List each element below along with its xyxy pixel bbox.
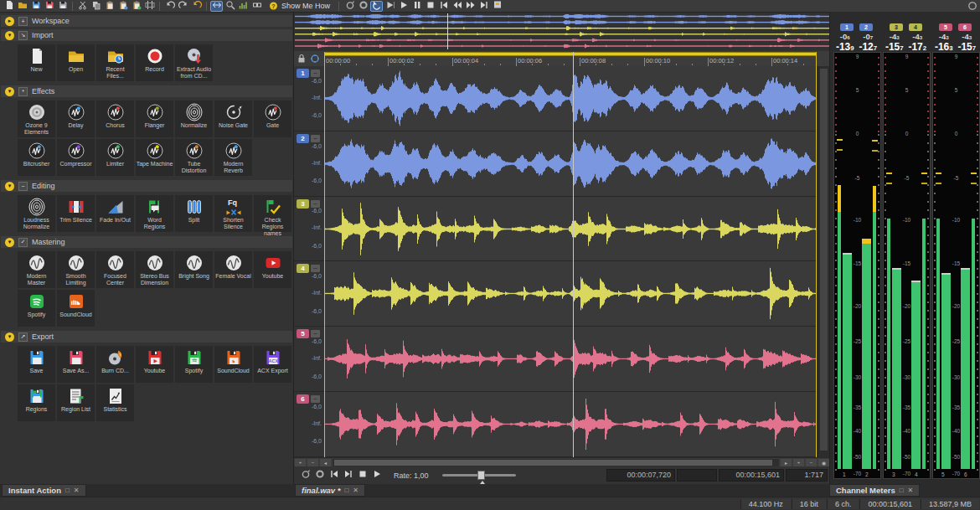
action-tile-spotify[interactable]: Spotify [18,290,55,327]
record-button[interactable] [357,1,369,12]
action-tile-focused-center[interactable]: Focused Center [96,251,134,288]
scroll-right-button[interactable]: ▸ [781,459,792,466]
action-tile-normalize[interactable]: Normalize [175,100,213,137]
action-tile-flanger[interactable]: Flanger [136,100,173,137]
zoom-out-button[interactable]: − [307,459,318,466]
meter-chip-2[interactable]: 2 [859,23,873,31]
channel-minimize-button[interactable]: – [311,330,320,337]
zoom-out-button[interactable]: − [806,459,817,466]
action-tile-chorus[interactable]: Chorus [96,100,134,137]
action-tile-bright-song[interactable]: Bright Song [175,251,213,288]
mix-paste-button[interactable] [130,1,142,12]
meter-chip-3[interactable]: 3 [890,23,903,31]
channel-badge-4[interactable]: 4 [297,264,309,273]
action-tile-female-vocal[interactable]: Female Vocal [214,251,252,288]
action-tile-shorten-silence[interactable]: FqShorten Silence [214,195,252,232]
action-tile-split[interactable]: Split [175,195,213,232]
redo-button[interactable] [177,1,189,12]
play-device-button[interactable] [384,1,396,12]
meter-chip-5[interactable]: 5 [939,23,952,31]
transport-record-remote-button[interactable] [299,469,312,482]
loop-playback-button[interactable] [370,1,383,12]
tab-channel-meters[interactable]: Channel Meters □ ✕ [829,484,920,497]
channel-minimize-button[interactable]: – [311,70,320,77]
vertical-scrollbar[interactable] [818,66,829,457]
overview-cursor[interactable] [447,13,448,49]
vscroll-thumb[interactable] [820,69,828,451]
action-tile-limiter[interactable]: Limiter [96,139,134,176]
meter-chip-1[interactable]: 1 [840,23,854,31]
drop-marker-button[interactable] [491,1,503,12]
meter-chip-6[interactable]: 6 [958,23,972,31]
scrub-control-icon[interactable] [310,54,320,64]
action-tile-ozone-9-elements[interactable]: Ozone 9 Elements [18,100,55,137]
channel-minimize-button[interactable]: – [311,200,320,208]
channel-badge-1[interactable]: 1 [297,69,309,78]
save-all-button[interactable] [56,1,69,12]
stop-button[interactable] [424,1,436,12]
action-tile-regions[interactable]: Regions [18,384,55,421]
transport-go-to-end-button[interactable] [342,469,355,482]
zoom-in-button[interactable]: + [295,459,306,466]
section-header-mastering[interactable]: ▾✓Mastering [1,236,292,248]
action-tile-loudness-normalize[interactable]: Loudness Normalize [18,195,55,232]
save-as-button[interactable] [43,1,55,12]
play-button[interactable] [397,1,410,12]
tab-instant-action[interactable]: Instant Action □ ✕ [2,484,86,497]
save-button[interactable] [29,1,42,12]
undo-history-button[interactable] [190,1,203,12]
section-header-import[interactable]: ▾↘Import [1,29,292,41]
horizontal-scrollbar[interactable]: +−◂▸+−◉ [294,457,830,466]
action-tile-save-as[interactable]: Save As... [57,346,95,383]
action-tile-record[interactable]: Record [136,44,173,81]
action-tile-noise-gate[interactable]: Noise Gate [214,100,252,137]
waveform-channel-6[interactable] [324,394,817,455]
rate-slider-handle[interactable] [477,471,485,480]
zoom-fit-button[interactable]: ◉ [818,459,829,466]
action-tile-burn-cd[interactable]: Burn CD... [96,346,134,383]
section-chevron-icon[interactable]: ▾ [5,31,14,40]
transport-record-button[interactable] [313,469,327,482]
cut-button[interactable] [76,1,89,12]
record-remote-button[interactable] [343,1,356,12]
trim-button[interactable] [143,1,156,12]
show-me-how-button[interactable]: ? Show Me How [265,1,334,11]
rate-slider[interactable] [442,474,516,477]
section-chevron-icon[interactable]: ▸ [5,17,14,26]
close-icon[interactable]: ✕ [74,487,80,494]
action-tile-youtube[interactable]: Youtube [254,251,291,288]
action-tile-soundcloud[interactable]: SoundCloud [214,346,252,383]
waveform-channel-3[interactable] [324,198,817,260]
channel-minimize-button[interactable]: – [311,395,320,403]
channel-minimize-button[interactable]: – [311,265,320,272]
float-window-icon[interactable]: □ [65,487,70,494]
action-tile-youtube[interactable]: Youtube [136,346,173,383]
action-tile-smooth-limiting[interactable]: Smooth Limiting [57,251,95,288]
waveform-channel-2[interactable] [324,133,817,194]
action-tile-modern-master[interactable]: Modern Master [18,251,55,288]
undo-button[interactable] [163,1,176,12]
section-chevron-icon[interactable]: ▾ [5,182,14,191]
selection-start-line[interactable] [324,52,325,457]
action-tile-soundcloud[interactable]: SoundCloud [57,290,95,327]
fast-forward-button[interactable] [464,1,477,12]
action-tile-word-regions[interactable]: Word Regions [136,195,173,232]
timeline-ruler[interactable]: 00:00:0000:00:0200:00:0400:00:0600:00:08… [294,51,830,67]
float-window-icon[interactable]: □ [344,487,348,494]
waveform-channel-5[interactable] [324,328,817,389]
action-tile-recent-files[interactable]: Recent Files... [96,44,134,81]
open-file-button[interactable] [16,1,28,12]
transport-stop-button[interactable] [356,469,369,482]
float-window-icon[interactable]: □ [900,487,904,494]
section-chevron-icon[interactable]: ▾ [5,332,14,342]
action-tile-delay[interactable]: Delay [57,100,95,137]
auto-ripple-button[interactable] [210,1,223,12]
channel-minimize-button[interactable]: – [311,135,320,142]
section-header-export[interactable]: ▾↗Export [1,331,292,343]
transport-go-to-start-button[interactable] [328,469,341,482]
waveform-channel-1[interactable] [324,68,817,129]
pause-button[interactable] [410,1,423,12]
overview-waveform[interactable] [294,13,830,50]
close-icon[interactable]: ✕ [353,487,358,494]
spectrum-button[interactable] [237,1,250,12]
